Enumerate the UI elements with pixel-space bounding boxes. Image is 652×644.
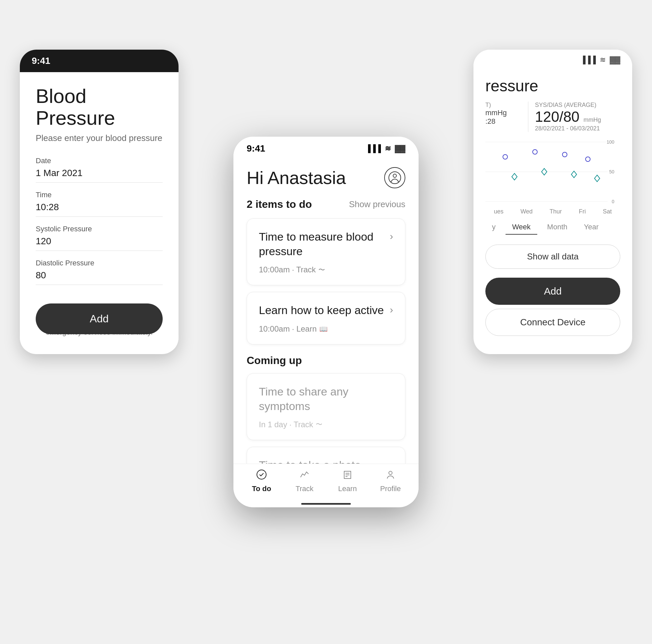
- task-meta-1: 10:00am · Learn 📖: [259, 324, 393, 334]
- task-title-1: Learn how to keep active: [259, 303, 384, 317]
- center-wifi-icon: ≋: [385, 144, 391, 153]
- left-title: Blood Pressure: [36, 85, 163, 129]
- systolic-field[interactable]: Systolic Pressure 120: [36, 225, 163, 251]
- avg-label: SYS/DIAS (AVERAGE): [535, 102, 620, 108]
- learn-icon-nav: [342, 469, 353, 483]
- stat-left-time: :28: [485, 117, 528, 126]
- stat-left: T) mmHg :28: [485, 102, 528, 132]
- upcoming-track-icon-0: 〜: [316, 420, 322, 429]
- track-icon-0: 〜: [318, 265, 325, 274]
- greeting-row: Hi Anastasia: [247, 167, 405, 188]
- wifi-icon: ≋: [600, 56, 606, 64]
- nav-track[interactable]: Track: [283, 469, 326, 493]
- svg-marker-12: [571, 171, 577, 178]
- date-range: 28/02/2021 - 06/03/2021: [535, 125, 620, 132]
- svg-point-7: [533, 150, 537, 154]
- right-status-bar: ▐▐▐ ≋ ▓▓: [473, 50, 632, 70]
- day-label-1: Wed: [520, 208, 533, 215]
- svg-point-20: [389, 471, 392, 474]
- upcoming-card-1[interactable]: Time to take a photo: [247, 447, 405, 464]
- tab-month[interactable]: Month: [541, 220, 574, 235]
- left-status-bar: 9:41: [20, 50, 179, 72]
- track-icon-nav: [299, 469, 310, 483]
- bottom-nav: To do Track Learn: [234, 464, 418, 503]
- coming-up-title: Coming up: [247, 355, 405, 367]
- left-subtitle: Please enter your blood pressure: [36, 133, 163, 143]
- center-phone: 9:41 ▐▐▐ ≋ ▓▓ Hi Anastasia 2 items to do…: [234, 137, 418, 507]
- svg-point-9: [586, 157, 590, 161]
- show-all-data-button[interactable]: Show all data: [485, 244, 620, 269]
- greeting-text: Hi Anastasia: [247, 168, 346, 188]
- nav-profile[interactable]: Profile: [369, 469, 412, 493]
- task-meta-0: 10:00am · Track 〜: [259, 265, 393, 274]
- task-time-1: 10:00am · Learn: [259, 324, 317, 334]
- svg-point-15: [393, 174, 397, 177]
- task-title-0: Time to measure blood pressure: [259, 229, 384, 258]
- right-phone: ▐▐▐ ≋ ▓▓ ressure T) mmHg :28 SYS/DIAS (A…: [473, 50, 632, 354]
- upcoming-card-top-1: Time to take a photo: [259, 458, 393, 464]
- stat-left-unit: mmHg: [485, 108, 528, 117]
- svg-text:0: 0: [612, 199, 614, 204]
- home-indicator: [301, 503, 351, 505]
- task-card-1[interactable]: Learn how to keep active › 10:00am · Lea…: [247, 292, 405, 344]
- svg-marker-10: [512, 173, 517, 180]
- stat-right: SYS/DIAS (AVERAGE) 120/80 mmHg 28/02/202…: [528, 102, 620, 132]
- learn-icon-1: 📖: [319, 325, 328, 333]
- chart-day-labels: ues Wed Thur Fri Sat: [485, 208, 620, 215]
- day-label-2: Thur: [549, 208, 562, 215]
- task-card-0[interactable]: Time to measure blood pressure › 10:00am…: [247, 218, 405, 285]
- tab-week[interactable]: Week: [506, 220, 537, 235]
- profile-icon-nav: [385, 469, 396, 483]
- svg-point-16: [257, 470, 266, 479]
- avg-value: 120/80 mmHg: [535, 108, 620, 125]
- day-label-0: ues: [494, 208, 504, 215]
- diastolic-field[interactable]: Diastolic Pressure 80: [36, 259, 163, 285]
- diastolic-label: Diastolic Pressure: [36, 259, 163, 267]
- tab-year[interactable]: Year: [577, 220, 605, 235]
- left-add-button[interactable]: Add: [36, 304, 163, 334]
- day-label-4: Sat: [603, 208, 612, 215]
- time-label: Time: [36, 190, 163, 199]
- stats-box: T) mmHg :28 SYS/DIAS (AVERAGE) 120/80 mm…: [485, 102, 620, 132]
- upcoming-title-0: Time to share any symptoms: [259, 384, 388, 413]
- connect-device-button[interactable]: Connect Device: [485, 309, 620, 336]
- time-value: 10:28: [36, 202, 163, 217]
- avatar-icon[interactable]: [384, 167, 405, 188]
- task-card-top-0: Time to measure blood pressure ›: [259, 229, 393, 258]
- date-label: Date: [36, 157, 163, 165]
- center-time: 9:41: [247, 143, 265, 154]
- svg-point-6: [503, 155, 508, 159]
- upcoming-title-1: Time to take a photo: [259, 458, 388, 464]
- svg-marker-13: [595, 175, 600, 182]
- systolic-value: 120: [36, 236, 163, 251]
- bp-chart: 100 50 0: [485, 139, 620, 205]
- stat-left-label: T): [485, 102, 528, 108]
- signal-icon: ▐▐▐: [580, 56, 596, 64]
- svg-text:100: 100: [607, 139, 615, 145]
- svg-point-8: [562, 152, 567, 157]
- center-status-bar: 9:41 ▐▐▐ ≋ ▓▓: [234, 137, 418, 157]
- diastolic-value: 80: [36, 270, 163, 285]
- center-content: Hi Anastasia 2 items to do Show previous…: [234, 157, 418, 464]
- task-card-top-1: Learn how to keep active ›: [259, 303, 393, 317]
- upcoming-time-0: In 1 day · Track: [259, 420, 313, 429]
- task-time-0: 10:00am · Track: [259, 265, 316, 274]
- show-previous-button[interactable]: Show previous: [349, 199, 405, 209]
- chevron-icon-1: ›: [390, 304, 393, 315]
- bp-title-text: ressure: [485, 77, 538, 95]
- nav-learn[interactable]: Learn: [326, 469, 369, 493]
- tab-day[interactable]: y: [485, 220, 502, 235]
- nav-todo-label: To do: [252, 485, 271, 493]
- nav-todo[interactable]: To do: [240, 469, 283, 493]
- upcoming-card-0[interactable]: Time to share any symptoms In 1 day · Tr…: [247, 373, 405, 440]
- time-field[interactable]: Time 10:28: [36, 190, 163, 217]
- date-value: 1 Mar 2021: [36, 168, 163, 183]
- date-field[interactable]: Date 1 Mar 2021: [36, 157, 163, 183]
- todo-icon: [256, 469, 267, 483]
- center-signal-icon: ▐▐▐: [365, 144, 381, 153]
- upcoming-card-top-0: Time to share any symptoms: [259, 384, 393, 413]
- chevron-icon-0: ›: [390, 231, 393, 242]
- center-battery-icon: ▓▓: [395, 144, 405, 153]
- right-add-button[interactable]: Add: [485, 278, 620, 305]
- systolic-label: Systolic Pressure: [36, 225, 163, 233]
